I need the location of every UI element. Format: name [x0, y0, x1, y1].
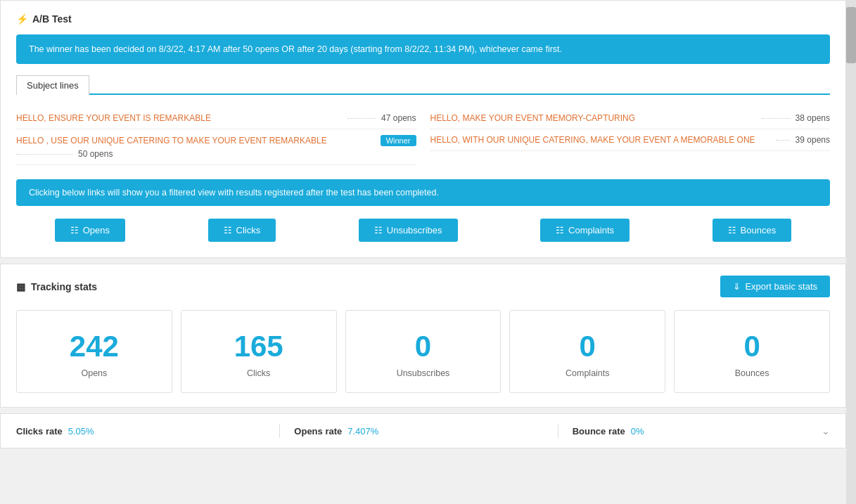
list-icon-unsubscribes: ☷ — [374, 225, 383, 235]
winner-banner: The winner has been decided on 8/3/22, 4… — [16, 34, 830, 64]
download-icon: ⇓ — [733, 281, 741, 292]
tracking-title: ▩ Tracking stats — [16, 281, 97, 292]
stat-label-opens: Opens — [24, 368, 165, 378]
divider-1 — [279, 424, 280, 438]
ab-test-icon: ⚡ — [16, 13, 28, 25]
stat-label-complaints: Complaints — [517, 368, 658, 378]
export-basic-stats-button[interactable]: ⇓ Export basic stats — [720, 276, 830, 297]
stat-card-bounces: 0 Bounces — [674, 310, 830, 393]
scrollbar-thumb[interactable] — [846, 7, 856, 63]
divider-2 — [558, 424, 558, 438]
subject-lines-left: HELLO, ENSURE YOUR EVENT IS REMARKABLE 4… — [16, 108, 416, 165]
complaints-button[interactable]: ☷ Complaints — [540, 219, 630, 242]
stat-card-opens: 242 Opens — [16, 310, 172, 393]
stat-number-clicks: 165 — [189, 332, 329, 361]
opens-button[interactable]: ☷ Opens — [55, 219, 125, 242]
bounces-button[interactable]: ☷ Bounces — [713, 219, 792, 242]
stat-number-complaints: 0 — [517, 332, 658, 361]
subject-line-row-1: HELLO, ENSURE YOUR EVENT IS REMARKABLE 4… — [16, 108, 416, 129]
opens-count-2: 38 opens — [796, 113, 830, 123]
opens-count-4: 39 opens — [796, 135, 830, 145]
stat-card-clicks: 165 Clicks — [181, 310, 337, 393]
list-icon-bounces: ☷ — [728, 225, 736, 235]
stat-label-bounces: Bounces — [682, 368, 822, 378]
tracking-header: ▩ Tracking stats ⇓ Export basic stats — [16, 276, 830, 297]
unsubscribes-button[interactable]: ☷ Unsubscribes — [359, 219, 458, 242]
subject-line-row-4: HELLO, WITH OUR UNIQUE CATERING, MAKE YO… — [430, 129, 831, 151]
bounce-rate-item: Bounce rate 0% — [573, 426, 822, 437]
tabs-row: Subject lines — [16, 75, 830, 95]
scrollbar[interactable] — [846, 0, 856, 504]
subject-text-3: HELLO , USE OUR UNIQUE CATERING TO MAKE … — [16, 136, 375, 146]
subject-lines-right: HELLO, MAKE YOUR EVENT MEMORY-CAPTURING … — [430, 108, 831, 165]
opens-count-1: 47 opens — [381, 113, 416, 123]
stat-label-unsubscribes: Unsubscribes — [353, 368, 494, 378]
filter-banner: Clicking below links will show you a fil… — [16, 179, 830, 206]
bounce-rate-label: Bounce rate — [573, 426, 625, 437]
stats-cards: 242 Opens 165 Clicks 0 Unsubscribes 0 Co… — [16, 310, 830, 393]
ab-test-title: ⚡ A/B Test — [16, 13, 830, 25]
tracking-section: ▩ Tracking stats ⇓ Export basic stats 24… — [0, 264, 846, 408]
clicks-rate-value: 5.05% — [68, 426, 94, 437]
main-content: ⚡ A/B Test The winner has been decided o… — [0, 0, 846, 448]
clicks-rate-item: Clicks rate 5.05% — [16, 426, 265, 437]
page-wrapper: ⚡ A/B Test The winner has been decided o… — [0, 0, 856, 504]
subject-line-row-2: HELLO, MAKE YOUR EVENT MEMORY-CAPTURING … — [430, 108, 831, 129]
opens-rate-label: Opens rate — [294, 426, 342, 437]
subject-text-1: HELLO, ENSURE YOUR EVENT IS REMARKABLE — [16, 113, 342, 123]
list-icon-clicks: ☷ — [224, 225, 232, 235]
stat-label-clicks: Clicks — [189, 368, 329, 378]
stat-card-unsubscribes: 0 Unsubscribes — [345, 310, 502, 393]
subject-lines-grid: HELLO, ENSURE YOUR EVENT IS REMARKABLE 4… — [16, 108, 830, 165]
bar-chart-icon: ▩ — [16, 281, 25, 292]
clicks-button[interactable]: ☷ Clicks — [208, 219, 276, 242]
action-buttons-row: ☷ Opens ☷ Clicks ☷ Unsubscribes ☷ Compla… — [16, 219, 830, 242]
clicks-rate-label: Clicks rate — [16, 426, 63, 437]
opens-rate-value: 7.407% — [347, 426, 378, 437]
tab-subject-lines[interactable]: Subject lines — [16, 75, 89, 95]
stat-number-opens: 242 — [24, 332, 165, 361]
bottom-stats-bar: Clicks rate 5.05% Opens rate 7.407% Boun… — [0, 413, 846, 448]
winner-badge: Winner — [381, 135, 416, 146]
opens-rate-item: Opens rate 7.407% — [294, 426, 543, 437]
stat-number-bounces: 0 — [682, 332, 822, 361]
list-icon-opens: ☷ — [70, 225, 79, 235]
subject-line-row-3: HELLO , USE OUR UNIQUE CATERING TO MAKE … — [16, 129, 416, 165]
subject-text-2: HELLO, MAKE YOUR EVENT MEMORY-CAPTURING — [430, 113, 756, 123]
ab-test-section: ⚡ A/B Test The winner has been decided o… — [0, 0, 846, 258]
list-icon-complaints: ☷ — [556, 225, 564, 235]
stat-number-unsubscribes: 0 — [353, 332, 494, 361]
chevron-down-icon[interactable]: ⌄ — [822, 425, 830, 437]
subject-text-4: HELLO, WITH OUR UNIQUE CATERING, MAKE YO… — [430, 135, 770, 145]
opens-count-3: 50 opens — [78, 149, 113, 159]
bounce-rate-value: 0% — [631, 426, 644, 437]
stat-card-complaints: 0 Complaints — [509, 310, 665, 393]
